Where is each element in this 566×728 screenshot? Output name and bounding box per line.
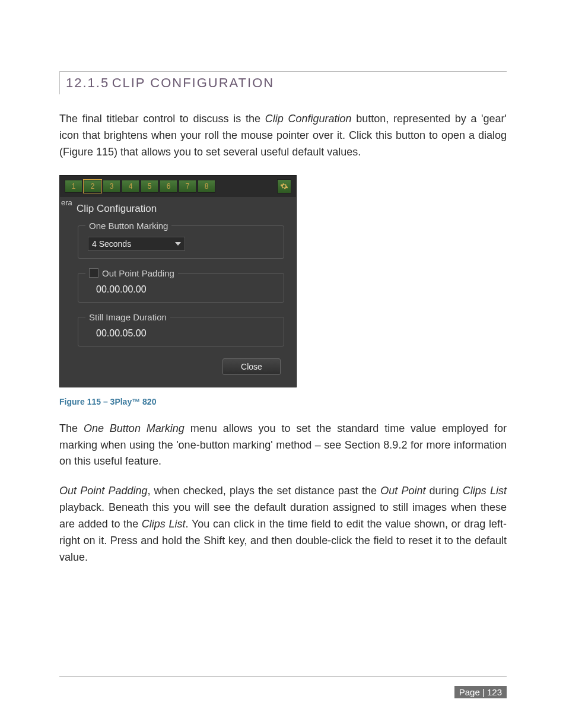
one-button-marking-value: 4 Seconds bbox=[92, 239, 131, 249]
out-point-padding-group: Out Point Padding 00.00.00.00 bbox=[78, 268, 284, 303]
close-button[interactable]: Close bbox=[222, 358, 281, 375]
one-button-marking-group: One Button Marking 4 Seconds bbox=[78, 221, 284, 259]
out-point-padding-legend-text: Out Point Padding bbox=[102, 268, 174, 278]
paragraph-2: The One Button Marking menu allows you t… bbox=[59, 421, 507, 471]
dialog-title: Clip Configuration bbox=[66, 201, 290, 221]
p3-em-out-point-padding: Out Point Padding bbox=[59, 485, 147, 497]
paragraph-1: The final titlebar control to discuss is… bbox=[59, 111, 507, 161]
section-number: 12.1.5 bbox=[66, 75, 109, 90]
screenshot-clip-configuration: 1 2 3 4 5 6 7 8 era Clip Configuration bbox=[59, 175, 297, 387]
section-title: CLIP CONFIGURATION bbox=[112, 75, 275, 90]
tab-7[interactable]: 7 bbox=[179, 180, 196, 193]
out-point-padding-value[interactable]: 00.00.00.00 bbox=[85, 284, 276, 295]
era-label: era bbox=[60, 197, 74, 208]
still-image-duration-value[interactable]: 00.00.05.00 bbox=[85, 328, 276, 339]
tab-4[interactable]: 4 bbox=[122, 180, 139, 193]
clip-configuration-dialog: era Clip Configuration One Button Markin… bbox=[60, 197, 296, 387]
figure-115: 1 2 3 4 5 6 7 8 era Clip Configuration bbox=[59, 175, 507, 387]
tab-2[interactable]: 2 bbox=[84, 180, 101, 193]
p3-em-clips-list-1: Clips List bbox=[463, 485, 507, 497]
p1-em-clip-config: Clip Configuration bbox=[265, 113, 352, 125]
still-image-duration-group: Still Image Duration 00.00.05.00 bbox=[78, 312, 284, 346]
p1-text-a: The final titlebar control to discuss is… bbox=[59, 113, 265, 125]
out-point-padding-checkbox[interactable] bbox=[89, 268, 98, 278]
p3-text-a: , when checked, plays the set distance p… bbox=[147, 485, 380, 497]
p2-em-one-button: One Button Marking bbox=[84, 422, 185, 434]
tab-6[interactable]: 6 bbox=[160, 180, 177, 193]
paragraph-3: Out Point Padding, when checked, plays t… bbox=[59, 483, 507, 565]
p3-em-clips-list-2: Clips List bbox=[142, 518, 186, 530]
clip-configuration-button[interactable] bbox=[277, 179, 291, 193]
tab-8[interactable]: 8 bbox=[198, 180, 215, 193]
footer-rule bbox=[59, 676, 507, 677]
section-heading-container: 12.1.5 CLIP CONFIGURATION bbox=[59, 71, 507, 94]
page-number: Page | 123 bbox=[454, 686, 507, 698]
tab-strip: 1 2 3 4 5 6 7 8 bbox=[60, 176, 296, 197]
tab-1[interactable]: 1 bbox=[65, 180, 82, 193]
p2-text-a: The bbox=[59, 422, 84, 434]
still-image-duration-legend: Still Image Duration bbox=[85, 312, 170, 322]
out-point-padding-legend: Out Point Padding bbox=[85, 268, 178, 278]
dialog-button-row: Close bbox=[66, 356, 290, 381]
gear-icon bbox=[280, 182, 288, 190]
tab-5[interactable]: 5 bbox=[141, 180, 158, 193]
tab-3[interactable]: 3 bbox=[103, 180, 120, 193]
p3-em-out-point: Out Point bbox=[380, 485, 425, 497]
one-button-marking-legend: One Button Marking bbox=[85, 221, 171, 231]
one-button-marking-dropdown[interactable]: 4 Seconds bbox=[88, 237, 185, 251]
p3-text-b: during bbox=[425, 485, 462, 497]
chevron-down-icon bbox=[175, 242, 181, 246]
figure-caption: Figure 115 – 3Play™ 820 bbox=[59, 397, 507, 406]
